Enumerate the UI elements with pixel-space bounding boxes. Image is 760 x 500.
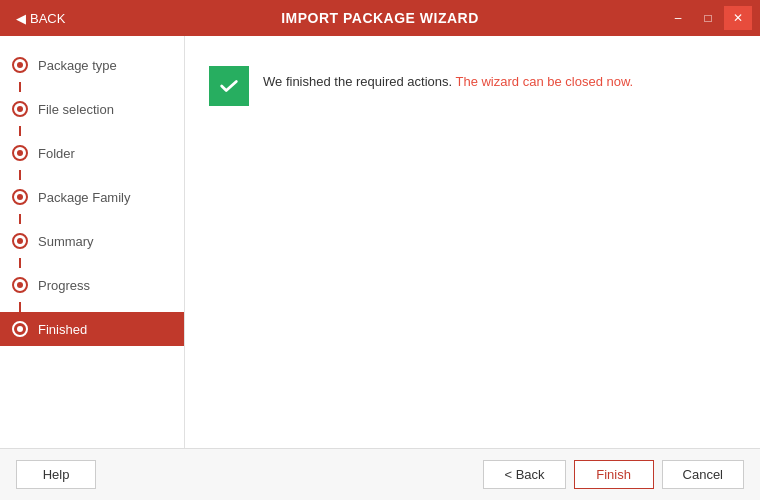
sidebar-item-file-selection[interactable]: File selection [0,92,184,126]
success-text-main: We finished the required actions. [263,74,455,89]
step-indicator-progress [12,277,28,293]
sidebar-label-folder: Folder [38,146,75,161]
check-icon-box [209,66,249,106]
minimize-button[interactable]: – [664,6,692,30]
step-indicator-finished [12,321,28,337]
footer-left: Help [16,460,96,489]
sidebar-label-package-type: Package type [38,58,117,73]
connector-3 [19,170,21,180]
sidebar-item-finished[interactable]: Finished [0,312,184,346]
sidebar-item-package-type[interactable]: Package type [0,48,184,82]
connector-4 [19,214,21,224]
checkmark-icon [218,75,240,97]
finish-button[interactable]: Finish [574,460,654,489]
sidebar-label-summary: Summary [38,234,94,249]
sidebar-item-progress[interactable]: Progress [0,268,184,302]
step-indicator-file-selection [12,101,28,117]
connector-2 [19,126,21,136]
help-button[interactable]: Help [16,460,96,489]
restore-button[interactable]: □ [694,6,722,30]
window-title: IMPORT PACKAGE WIZARD [281,10,479,26]
content-area: We finished the required actions. The wi… [185,36,760,448]
sidebar-item-package-family[interactable]: Package Family [0,180,184,214]
sidebar-label-package-family: Package Family [38,190,130,205]
sidebar-item-summary[interactable]: Summary [0,224,184,258]
footer-right: < Back Finish Cancel [483,460,744,489]
step-indicator-folder [12,145,28,161]
sidebar-label-progress: Progress [38,278,90,293]
sidebar-label-finished: Finished [38,322,87,337]
sidebar: Package type File selection Folder Packa… [0,36,185,448]
connector-5 [19,258,21,268]
success-message: We finished the required actions. The wi… [263,66,633,89]
step-indicator-summary [12,233,28,249]
connector-6 [19,302,21,312]
window-controls: – □ ✕ [664,6,752,30]
back-title-label: BACK [30,11,65,26]
step-indicator-package-family [12,189,28,205]
footer: Help < Back Finish Cancel [0,448,760,500]
success-box: We finished the required actions. The wi… [209,66,736,106]
close-button[interactable]: ✕ [724,6,752,30]
sidebar-item-folder[interactable]: Folder [0,136,184,170]
back-button[interactable]: < Back [483,460,565,489]
main-area: Package type File selection Folder Packa… [0,36,760,448]
connector-1 [19,82,21,92]
sidebar-label-file-selection: File selection [38,102,114,117]
back-title-button[interactable]: ◀ BACK [8,7,73,30]
title-bar: ◀ BACK IMPORT PACKAGE WIZARD – □ ✕ [0,0,760,36]
cancel-button[interactable]: Cancel [662,460,744,489]
success-text-highlight: The wizard can be closed now. [455,74,633,89]
back-arrow-icon: ◀ [16,11,26,26]
step-indicator-package-type [12,57,28,73]
title-bar-left: ◀ BACK [8,7,73,30]
